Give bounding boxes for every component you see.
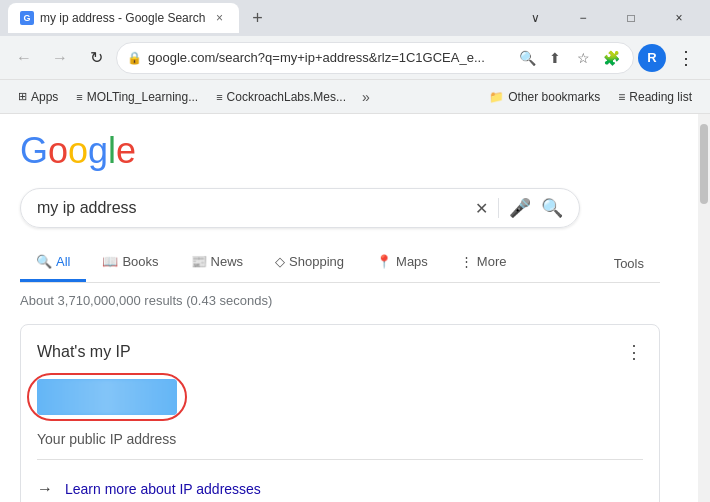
tab-maps[interactable]: 📍 Maps — [360, 244, 444, 282]
apps-grid-icon: ⊞ — [18, 90, 27, 103]
navigation-bar: ← → ↻ 🔒 google.com/search?q=my+ip+addres… — [0, 36, 710, 80]
maximize-button[interactable]: □ — [608, 0, 654, 36]
share-icon[interactable]: ⬆ — [543, 46, 567, 70]
title-bar-controls: ∨ − □ × — [512, 0, 702, 36]
tools-tab[interactable]: Tools — [598, 246, 660, 281]
close-button[interactable]: × — [656, 0, 702, 36]
ip-wrapper — [37, 379, 177, 423]
lock-icon: 🔒 — [127, 51, 142, 65]
bookmarks-more-button[interactable]: » — [356, 85, 376, 109]
news-tab-icon: 📰 — [191, 254, 207, 269]
bookmark-cockroach[interactable]: ≡ CockroachLabs.Mes... — [208, 86, 354, 108]
tab-maps-label: Maps — [396, 254, 428, 269]
content-wrapper: G o o g l e ✕ 🎤 🔍 — [0, 114, 710, 502]
learn-more-text: Learn more about IP addresses — [65, 481, 261, 497]
page-content-area: G o o g l e ✕ 🎤 🔍 — [0, 114, 698, 502]
bookmark-cockroach-label: CockroachLabs.Mes... — [227, 90, 346, 104]
tab-shopping[interactable]: ◇ Shopping — [259, 244, 360, 282]
bookmark-icon[interactable]: ☆ — [571, 46, 595, 70]
ip-result-card: What's my IP ⋮ Your public IP address — [20, 324, 660, 502]
more-tab-icon: ⋮ — [460, 254, 473, 269]
tab-close-button[interactable]: × — [211, 10, 227, 26]
minimize-button[interactable]: − — [560, 0, 606, 36]
bookmark-molting[interactable]: ≡ MOLTing_Learning... — [68, 86, 206, 108]
scrollbar-thumb[interactable] — [700, 124, 708, 204]
search-address-icon[interactable]: 🔍 — [515, 46, 539, 70]
results-count: About 3,710,000,000 results (0.43 second… — [20, 293, 660, 308]
title-bar: G my ip address - Google Search × + ∨ − … — [0, 0, 710, 36]
card-title: What's my IP — [37, 343, 131, 361]
forward-button[interactable]: → — [44, 42, 76, 74]
tab-favicon: G — [20, 11, 34, 25]
tab-books[interactable]: 📖 Books — [86, 244, 174, 282]
card-divider — [37, 459, 643, 460]
bookmarks-other-section: 📁 Other bookmarks ≡ Reading list — [481, 86, 700, 108]
back-button[interactable]: ← — [8, 42, 40, 74]
address-text: google.com/search?q=my+ip+address&rlz=1C… — [148, 50, 509, 65]
google-page: G o o g l e ✕ 🎤 🔍 — [0, 114, 680, 502]
refresh-button[interactable]: ↻ — [80, 42, 112, 74]
maps-tab-icon: 📍 — [376, 254, 392, 269]
card-header: What's my IP ⋮ — [37, 341, 643, 363]
reading-list-icon: ≡ — [618, 90, 625, 104]
books-tab-icon: 📖 — [102, 254, 118, 269]
tab-all-label: All — [56, 254, 70, 269]
tab-more[interactable]: ⋮ More — [444, 244, 523, 282]
bookmark-page-icon: ≡ — [76, 91, 82, 103]
other-bookmarks-label: Other bookmarks — [508, 90, 600, 104]
tab-all[interactable]: 🔍 All — [20, 244, 86, 282]
logo-g: G — [20, 130, 48, 172]
tab-shopping-label: Shopping — [289, 254, 344, 269]
ip-display: Your public IP address — [37, 379, 643, 447]
tab-news[interactable]: 📰 News — [175, 244, 260, 282]
shopping-tab-icon: ◇ — [275, 254, 285, 269]
bookmarks-bar: ⊞ Apps ≡ MOLTing_Learning... ≡ Cockroach… — [0, 80, 710, 114]
extension-icon[interactable]: 🧩 — [599, 46, 623, 70]
apps-label: Apps — [31, 90, 58, 104]
browser-tab[interactable]: G my ip address - Google Search × — [8, 3, 239, 33]
reading-list-label: Reading list — [629, 90, 692, 104]
logo-g2: g — [88, 130, 108, 172]
arrow-icon: → — [37, 480, 53, 498]
reading-list-button[interactable]: ≡ Reading list — [610, 86, 700, 108]
search-tabs: 🔍 All 📖 Books 📰 News ◇ Shopping — [20, 244, 660, 283]
all-tab-icon: 🔍 — [36, 254, 52, 269]
folder-icon: 📁 — [489, 90, 504, 104]
address-bar[interactable]: 🔒 google.com/search?q=my+ip+address&rlz=… — [116, 42, 634, 74]
search-divider — [498, 198, 499, 218]
clear-search-button[interactable]: ✕ — [475, 199, 488, 218]
ip-label: Your public IP address — [37, 431, 643, 447]
tab-title: my ip address - Google Search — [40, 11, 205, 25]
search-box[interactable]: ✕ 🎤 🔍 — [20, 188, 580, 228]
bookmark-page-icon-2: ≡ — [216, 91, 222, 103]
browser-menu-button[interactable]: ⋮ — [670, 42, 702, 74]
profile-button[interactable]: R — [638, 44, 666, 72]
voice-search-button[interactable]: 🎤 — [509, 197, 531, 219]
search-input[interactable] — [37, 199, 465, 217]
search-submit-button[interactable]: 🔍 — [541, 197, 563, 219]
logo-l: l — [108, 130, 116, 172]
logo-o1: o — [48, 130, 68, 172]
other-bookmarks-button[interactable]: 📁 Other bookmarks — [481, 86, 608, 108]
minimize-button[interactable]: ∨ — [512, 0, 558, 36]
scrollbar-track[interactable] — [698, 114, 710, 502]
logo-o2: o — [68, 130, 88, 172]
tab-books-label: Books — [122, 254, 158, 269]
ip-highlight-oval — [27, 373, 187, 421]
learn-more-link[interactable]: → Learn more about IP addresses — [37, 468, 643, 502]
google-logo: G o o g l e — [20, 130, 660, 172]
card-menu-button[interactable]: ⋮ — [625, 341, 643, 363]
tab-more-label: More — [477, 254, 507, 269]
logo-e: e — [116, 130, 136, 172]
address-actions: 🔍 ⬆ ☆ 🧩 — [515, 46, 623, 70]
search-box-container: ✕ 🎤 🔍 — [20, 188, 660, 228]
tab-news-label: News — [211, 254, 244, 269]
bookmark-molting-label: MOLTing_Learning... — [87, 90, 198, 104]
apps-bookmark[interactable]: ⊞ Apps — [10, 86, 66, 108]
new-tab-button[interactable]: + — [243, 4, 271, 32]
